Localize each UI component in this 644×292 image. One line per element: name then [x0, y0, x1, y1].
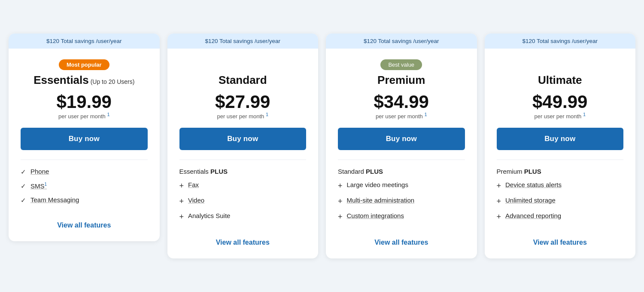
plus-icon: +: [179, 212, 184, 221]
plus-icon: +: [338, 212, 343, 221]
divider-premium: [338, 160, 465, 160]
plus-icon: +: [179, 197, 184, 206]
feature-plus-text-premium-0: Large video meetings: [347, 181, 408, 188]
plus-label-standard: Essentials PLUS: [179, 168, 307, 175]
feature-list-essentials: ✓Phone✓SMS1✓Team Messaging: [21, 168, 148, 210]
plus-label-ultimate: Premium PLUS: [497, 168, 624, 175]
badge-row-standard: [179, 57, 307, 72]
card-body-essentials: Most popularEssentials (Up to 20 Users)$…: [9, 49, 160, 241]
buy-button-ultimate[interactable]: Buy now: [497, 128, 624, 150]
plan-name-essentials: Essentials (Up to 20 Users): [21, 74, 148, 87]
plan-price-sub-premium: per user per month 1: [338, 112, 465, 120]
feature-list-ultimate: +Device status alerts+Unlimited storage+…: [497, 181, 624, 227]
feature-plus-text-standard-2: Analytics Suite: [188, 212, 230, 219]
view-all-standard[interactable]: View all features: [179, 236, 307, 246]
feature-plus-item-premium-2: +Custom integrations: [338, 212, 465, 221]
feature-plus-item-standard-1: +Video: [179, 197, 307, 206]
buy-button-standard[interactable]: Buy now: [179, 128, 307, 150]
check-icon: ✓: [21, 168, 26, 176]
feature-plus-text-standard-0: Fax: [188, 181, 199, 188]
card-body-ultimate: Ultimate$49.99per user per month 1Buy no…: [485, 49, 636, 258]
plan-name-standard: Standard: [179, 74, 307, 87]
savings-banner-ultimate: $120 Total savings /user/year: [485, 34, 636, 49]
check-icon: ✓: [21, 197, 26, 204]
plan-price-premium: $34.99: [338, 93, 465, 111]
feature-plus-item-ultimate-0: +Device status alerts: [497, 181, 624, 191]
feature-plus-item-standard-2: +Analytics Suite: [179, 212, 307, 221]
card-body-standard: Standard$27.99per user per month 1Buy no…: [167, 49, 319, 258]
plan-name-premium: Premium: [338, 74, 465, 87]
buy-button-premium[interactable]: Buy now: [338, 128, 465, 150]
divider-essentials: [21, 160, 148, 160]
card-body-premium: Best valuePremium$34.99per user per mont…: [326, 49, 477, 258]
plan-price-essentials: $19.99: [21, 93, 148, 111]
badge-essentials: Most popular: [59, 59, 109, 70]
plus-icon: +: [497, 181, 501, 191]
view-all-ultimate[interactable]: View all features: [497, 236, 624, 246]
plus-icon: +: [179, 181, 184, 191]
divider-standard: [179, 160, 307, 160]
plus-label-premium: Standard PLUS: [338, 168, 465, 175]
check-icon: ✓: [21, 182, 26, 190]
feature-item-essentials-1: ✓SMS1: [21, 182, 148, 190]
feature-plus-text-ultimate-2: Advanced reporting: [505, 212, 561, 219]
plan-price-sub-standard: per user per month 1: [179, 112, 307, 120]
feature-plus-text-standard-1: Video: [188, 197, 204, 204]
feature-plus-text-premium-1: Multi-site administration: [347, 197, 415, 204]
plus-icon: +: [338, 181, 343, 191]
feature-list-premium: +Large video meetings+Multi-site adminis…: [338, 181, 465, 227]
plan-card-ultimate: $120 Total savings /user/yearUltimate$49…: [485, 34, 636, 258]
feature-list-standard: +Fax+Video+Analytics Suite: [179, 181, 307, 227]
plan-price-standard: $27.99: [179, 93, 307, 111]
feature-plus-text-premium-2: Custom integrations: [347, 212, 404, 219]
badge-premium: Best value: [380, 59, 422, 70]
savings-banner-standard: $120 Total savings /user/year: [167, 34, 319, 49]
view-all-premium[interactable]: View all features: [338, 236, 465, 246]
feature-plus-item-ultimate-1: +Unlimited storage: [497, 197, 624, 206]
plus-icon: +: [338, 197, 343, 206]
divider-ultimate: [497, 160, 624, 160]
pricing-container: $120 Total savings /user/yearMost popula…: [9, 34, 635, 258]
plus-icon: +: [497, 212, 501, 221]
plus-icon: +: [497, 197, 501, 206]
feature-plus-item-premium-1: +Multi-site administration: [338, 197, 465, 206]
feature-plus-item-standard-0: +Fax: [179, 181, 307, 191]
feature-text-essentials-1: SMS1: [30, 182, 47, 190]
view-all-essentials[interactable]: View all features: [21, 219, 148, 229]
feature-plus-text-ultimate-0: Device status alerts: [505, 181, 562, 188]
savings-banner-premium: $120 Total savings /user/year: [326, 34, 477, 49]
badge-row-essentials: Most popular: [21, 57, 148, 72]
feature-plus-item-ultimate-2: +Advanced reporting: [497, 212, 624, 221]
plan-price-ultimate: $49.99: [497, 93, 624, 111]
feature-plus-item-premium-0: +Large video meetings: [338, 181, 465, 191]
plan-card-premium: $120 Total savings /user/yearBest valueP…: [326, 34, 477, 258]
feature-text-essentials-2: Team Messaging: [30, 196, 79, 203]
buy-button-essentials[interactable]: Buy now: [21, 128, 148, 150]
plan-price-sub-essentials: per user per month 1: [21, 112, 148, 120]
badge-row-premium: Best value: [338, 57, 465, 72]
savings-banner-essentials: $120 Total savings /user/year: [9, 34, 160, 49]
feature-plus-text-ultimate-1: Unlimited storage: [505, 197, 556, 204]
plan-name-ultimate: Ultimate: [497, 74, 624, 87]
feature-item-essentials-2: ✓Team Messaging: [21, 196, 148, 204]
plan-price-sub-ultimate: per user per month 1: [497, 112, 624, 120]
badge-row-ultimate: [497, 57, 624, 72]
plan-card-essentials: $120 Total savings /user/yearMost popula…: [9, 34, 160, 241]
plan-card-standard: $120 Total savings /user/yearStandard$27…: [167, 34, 319, 258]
feature-item-essentials-0: ✓Phone: [21, 168, 148, 176]
feature-text-essentials-0: Phone: [30, 168, 49, 175]
